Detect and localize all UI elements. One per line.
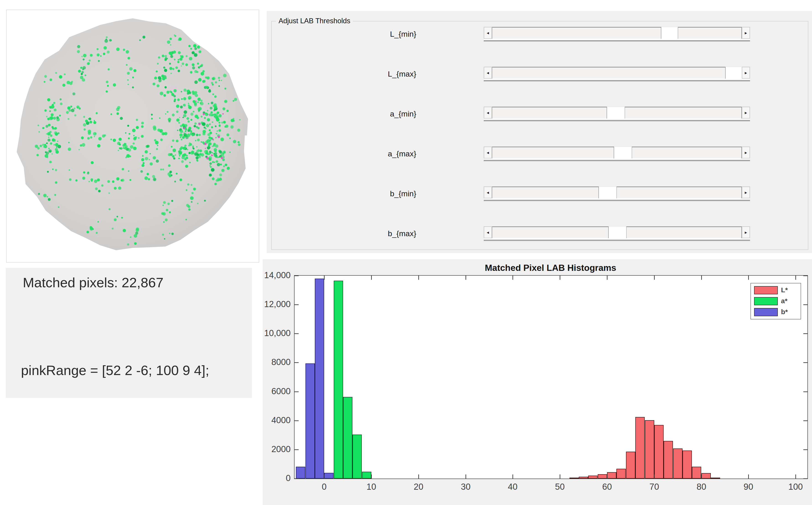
matched-pixel-speck xyxy=(56,116,59,119)
matched-pixel-speck xyxy=(187,183,189,186)
matched-pixel-speck xyxy=(38,131,40,133)
matched-pixel-speck xyxy=(138,137,140,139)
slider-trough-left[interactable] xyxy=(492,226,609,238)
slider-arrow-right-icon[interactable]: ▸ xyxy=(742,186,750,198)
slider-arrow-left-icon[interactable]: ◂ xyxy=(484,67,492,79)
slider-arrow-right-icon[interactable]: ▸ xyxy=(742,67,750,79)
matched-pixel-speck xyxy=(129,67,133,70)
matched-pixel-speck xyxy=(223,73,227,77)
matched-pixel-speck xyxy=(128,170,129,172)
matched-pixel-speck xyxy=(173,158,176,160)
matched-pixel-speck xyxy=(82,68,84,70)
slider-arrow-right-icon[interactable]: ▸ xyxy=(742,147,750,158)
hist-bar-Lstar xyxy=(701,473,711,479)
matched-pixel-speck xyxy=(162,234,164,236)
matched-pixel-speck xyxy=(134,242,137,245)
matched-pixel-speck xyxy=(78,70,81,73)
slider-trough-left[interactable] xyxy=(492,107,607,119)
hist-bar-Lstar xyxy=(570,478,579,479)
slider-l--min-[interactable]: ◂▸ xyxy=(484,27,750,41)
matched-pixel-speck xyxy=(185,158,186,159)
matched-pixel-speck xyxy=(93,121,96,124)
matched-pixel-speck xyxy=(150,153,151,154)
slider-trough-left[interactable] xyxy=(492,147,614,158)
slider-thumb[interactable] xyxy=(609,226,626,238)
slider-thumb[interactable] xyxy=(614,147,632,158)
slider-arrow-right-icon[interactable]: ▸ xyxy=(742,27,750,39)
slider-trough-right[interactable] xyxy=(678,27,742,39)
slider-thumb[interactable] xyxy=(599,186,616,198)
hist-bar-Lstar xyxy=(664,441,673,479)
matched-pixel-speck xyxy=(178,51,181,54)
slider-arrow-left-icon[interactable]: ◂ xyxy=(484,107,492,119)
slider-thumb[interactable] xyxy=(607,107,625,119)
matched-pixel-speck xyxy=(222,113,224,115)
matched-pixel-speck xyxy=(216,118,220,122)
matched-pixel-speck xyxy=(239,119,240,120)
matched-pixel-speck xyxy=(118,186,121,190)
matched-pixel-speck xyxy=(62,84,65,87)
slider-trough-right[interactable] xyxy=(616,186,742,198)
matched-pixel-speck xyxy=(218,136,220,138)
matched-pixel-speck xyxy=(195,115,198,118)
slider-thumb[interactable] xyxy=(726,67,742,79)
slider-l--max-[interactable]: ◂▸ xyxy=(484,67,750,81)
matched-pixel-speck xyxy=(210,107,212,110)
slider-trough-left[interactable] xyxy=(492,67,726,79)
matched-pixel-speck xyxy=(179,178,182,181)
matched-pixel-speck xyxy=(212,138,214,140)
slider-b--max-[interactable]: ◂▸ xyxy=(484,226,750,241)
slider-arrow-right-icon[interactable]: ▸ xyxy=(742,107,750,119)
matched-pixel-speck xyxy=(216,179,218,182)
matched-pixel-speck xyxy=(52,168,54,170)
y-tick-label: 8000 xyxy=(244,357,291,367)
hist-bar-Lstar xyxy=(616,469,626,479)
matched-pixel-speck xyxy=(234,98,237,101)
matched-pixel-speck xyxy=(141,158,144,161)
matched-pixel-speck xyxy=(179,37,182,41)
matched-pixel-speck xyxy=(110,113,112,115)
matched-pixel-speck xyxy=(162,55,164,57)
slider-arrow-left-icon[interactable]: ◂ xyxy=(484,147,492,158)
matched-pixel-speck xyxy=(178,59,179,60)
matched-pixel-speck xyxy=(209,114,210,115)
matched-pixel-speck xyxy=(211,82,213,84)
slider-b--min-[interactable]: ◂▸ xyxy=(484,186,750,201)
matched-pixel-speck xyxy=(215,137,217,138)
matched-pixel-speck xyxy=(199,155,201,157)
matched-pixel-speck xyxy=(198,107,202,110)
slider-a--min-[interactable]: ◂▸ xyxy=(484,107,750,121)
slider-arrow-left-icon[interactable]: ◂ xyxy=(484,186,492,198)
matched-pixel-speck xyxy=(180,146,183,149)
matched-pixel-speck xyxy=(216,133,217,135)
slider-a--max-[interactable]: ◂▸ xyxy=(484,147,750,161)
matched-pixel-speck xyxy=(141,122,144,125)
matched-pixel-speck xyxy=(213,146,214,147)
matched-pixel-speck xyxy=(136,119,138,121)
slider-thumb[interactable] xyxy=(661,27,678,39)
matched-pixel-speck xyxy=(47,118,50,120)
slider-trough-right[interactable] xyxy=(625,107,742,119)
matched-pixel-speck xyxy=(173,51,176,53)
matched-pixel-speck xyxy=(204,200,206,201)
matched-pixel-speck xyxy=(152,175,155,178)
slider-arrow-left-icon[interactable]: ◂ xyxy=(484,226,492,238)
slider-trough-left[interactable] xyxy=(492,186,599,198)
matched-pixel-speck xyxy=(211,154,213,156)
slider-label-l--min-: L_{min} xyxy=(348,30,416,38)
matched-pixel-speck xyxy=(217,157,219,158)
slider-trough-right[interactable] xyxy=(626,226,742,238)
matched-pixel-speck xyxy=(83,128,86,131)
slider-label-a--min-: a_{min} xyxy=(348,110,416,118)
slider-trough-left[interactable] xyxy=(492,27,661,39)
matched-pixel-speck xyxy=(114,218,117,221)
hist-bar-astar xyxy=(353,435,362,479)
matched-region-preview-panel xyxy=(6,10,259,263)
slider-arrow-left-icon[interactable]: ◂ xyxy=(484,27,492,39)
slider-arrow-right-icon[interactable]: ▸ xyxy=(742,226,750,238)
matched-pixel-speck xyxy=(221,157,223,159)
matched-pixel-speck xyxy=(117,106,120,109)
slider-trough-right[interactable] xyxy=(632,147,742,158)
matched-pixel-speck xyxy=(154,139,156,142)
matched-pixel-speck xyxy=(178,158,180,159)
